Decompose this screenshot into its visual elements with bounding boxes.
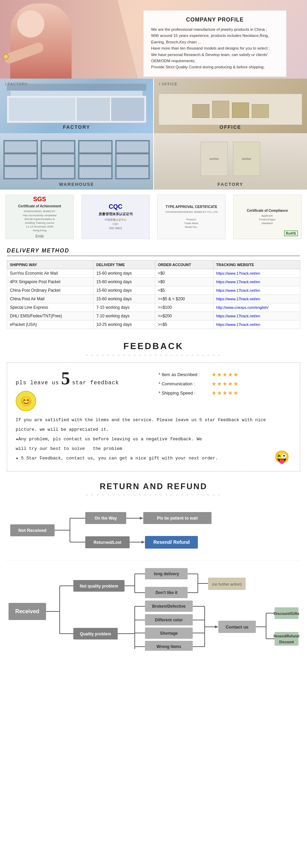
table-row: China Post Ordinary Packet15-60 working …: [7, 286, 300, 295]
cert-cgc-text: 中国质量认证中心CQC ISO 9001: [99, 218, 133, 231]
warehouse-shelves: [3, 140, 150, 179]
table-row: 4PX Singapore Post Packet15-60 working d…: [7, 278, 300, 286]
table-cell: <$5: [155, 286, 213, 295]
discount-gifts-label: Discount/Gifts: [274, 611, 299, 616]
table-cell: Special Line Express: [7, 303, 93, 312]
star-row-shipping: * Shipping Speed : ★★★★★: [159, 390, 291, 396]
certificates-row: SGS Certificate of Achievement DONGSHENG…: [0, 190, 307, 244]
factory-office-row: / FACTORY FACTORY / OFFICE OFFICE: [0, 79, 307, 133]
col-order-account: ORDER ACCOUNT: [155, 261, 213, 269]
received-label: Received: [15, 608, 39, 614]
office-desks: [159, 94, 302, 125]
cert-sgs: SGS Certificate of Achievement DONGSHENG…: [5, 195, 74, 239]
wrong-items-label: Wrong items: [157, 644, 181, 649]
feedback-line-4: will try our best to solve the problem: [16, 445, 291, 453]
no-action-label: (no further action): [212, 582, 242, 586]
table-cell: DHL/ EMS/Fedex/TNT(Free): [7, 312, 93, 320]
feedback-line-1: If you are satisfied with the items and …: [16, 416, 291, 424]
feedback-wink-face: 😜: [274, 450, 290, 464]
rohs-label: RoHS: [284, 231, 298, 236]
office-photo: / OFFICE OFFICE: [154, 79, 307, 133]
table-cell: https://www.17track.net/en: [213, 269, 300, 278]
table-cell: 15-60 working days: [93, 295, 155, 303]
table-cell: https://www.17track.net/en: [213, 312, 300, 320]
resend-refund2-label2: Discount: [279, 640, 294, 644]
table-cell: SunYou Economic Air Mail: [7, 269, 93, 278]
col-delivery-time: DELIVERY TIME: [93, 261, 155, 269]
factory2-photo: worker worker FACTORY: [154, 133, 307, 190]
company-profile-description: We are the professional manufacture of j…: [151, 26, 279, 70]
return-title: RETURN AND REFUND: [7, 482, 300, 491]
delivery-table: SHIPPING WAY DELIVERY TIME ORDER ACCOUNT…: [7, 260, 300, 329]
table-cell: China Post Air Mail: [7, 295, 93, 303]
feedback-title: FEEDBACK: [7, 341, 300, 352]
hero-image: [0, 0, 129, 79]
feedback-section: FEEDBACK ~ ~ ~ ~ ~ ~ ~ ~ ~ ~ ~ ~ ~ ~ ~ ~…: [0, 336, 307, 477]
not-received-label: Not Received: [18, 528, 46, 533]
feedback-big-number: 5: [61, 370, 70, 387]
return-divider: ~ ~ ~ ~ ~ ~ ~ ~ ~ ~ ~ ~ ~ ~ ~ ~ ~ ~ ~ ~ …: [7, 493, 300, 497]
cert-type-text: YOUNGDONGSHENG JEWELRY CO.,LTD Product: …: [165, 210, 218, 229]
table-row: China Post Air Mail15-60 working days>=$…: [7, 295, 300, 303]
table-row: SunYou Economic Air Mail15-60 working da…: [7, 269, 300, 278]
table-row: Special Line Express7-15 working days>=$…: [7, 303, 300, 312]
warehouse-factory-row: WAREHOUSE worker worker FACTORY: [0, 133, 307, 190]
feedback-line-3: ★Any problem, pls contact us before leav…: [16, 436, 291, 443]
cert-rohs-title: Certificate of Compliance: [247, 209, 288, 212]
company-profile-box: COMPANY PROFILE We are the professional …: [143, 10, 287, 77]
feedback-box: pls leave us 5 star feedback 😊 * Item as…: [7, 362, 300, 471]
table-cell: 4PX Singapore Post Packet: [7, 278, 93, 286]
dont-like-label: Don't like it: [156, 590, 177, 595]
table-cell: https://www.17track.net/en: [213, 320, 300, 329]
table-cell: 15-60 working days: [93, 278, 155, 286]
cert-sgs-title: Certificate of Achievement: [18, 204, 61, 208]
cert-type-title: TYPE APPROVAL CERTIFICATE: [165, 205, 218, 209]
col-shipping-way: SHIPPING WAY: [7, 261, 93, 269]
table-cell: https://www.17track.net/en: [213, 286, 300, 295]
delivery-section: DELIVERY METHOD SHIPPING WAY DELIVERY TI…: [0, 244, 307, 336]
table-cell: 15-60 working days: [93, 286, 155, 295]
return-section: RETURN AND REFUND ~ ~ ~ ~ ~ ~ ~ ~ ~ ~ ~ …: [0, 477, 307, 661]
resend-refund-label: Resend/ Refund: [154, 539, 190, 545]
table-cell: 7-15 working days: [93, 303, 155, 312]
svg-marker-12: [142, 541, 145, 543]
table-cell: 10-25 working days: [93, 320, 155, 329]
cgc-logo: CQC: [99, 203, 133, 210]
table-cell: >=$200: [155, 312, 213, 320]
feedback-smiley-face: 😊: [16, 391, 36, 411]
svg-marker-8: [140, 517, 143, 520]
factory-label: FACTORY: [63, 124, 90, 130]
table-cell: China Post Ordinary Packet: [7, 286, 93, 295]
cert-type: TYPE APPROVAL CERTIFICATE YOUNGDONGSHENG…: [157, 195, 225, 239]
pls-be-patient-label: Pls be patient to wait: [157, 516, 198, 521]
resend-refund2-label: Resend/Refund/: [274, 634, 299, 638]
cert-cgc: CQC 质量管理体系认证证书 中国质量认证中心CQC ISO 9001: [82, 195, 150, 239]
star-label-communication: * Communication :: [159, 381, 211, 386]
star-row-item: * Item as Described : ★★★★★: [159, 371, 291, 378]
warehouse-label: WAREHOUSE: [59, 182, 94, 187]
shortage-label: Shortage: [160, 631, 178, 636]
return-diagram: Not Received On the Way Pls be patient t…: [7, 504, 300, 651]
delivery-title: DELIVERY METHOD: [7, 248, 300, 256]
feedback-big-text-after: star feedback: [72, 380, 119, 386]
on-the-way-label: On the Way: [94, 516, 117, 521]
contact-us-label: Contact us: [225, 624, 248, 630]
cert-cgc-title: 质量管理体系认证证书: [99, 212, 133, 217]
star-label-item: * Item as Described :: [159, 372, 211, 377]
warehouse-photo: WAREHOUSE: [0, 133, 154, 190]
hero-section: COMPANY PROFILE We are the professional …: [0, 0, 307, 79]
table-cell: 15-60 working days: [93, 269, 155, 278]
table-cell: https://www.17track.net/en: [213, 278, 300, 286]
star-row-communication: * Communication : ★★★★★: [159, 381, 291, 387]
factory-photo: / FACTORY FACTORY: [0, 79, 154, 133]
factory2-label: FACTORY: [218, 182, 243, 187]
office-arrow: / OFFICE: [159, 82, 177, 86]
table-cell: >=$5: [155, 320, 213, 329]
table-cell: ePacket (USA): [7, 320, 93, 329]
returned-lost-label: Returned/Lost: [93, 540, 121, 545]
stars-shipping: ★★★★★: [211, 390, 239, 396]
table-row: ePacket (USA)10-25 working days>=$5https…: [7, 320, 300, 329]
factory-building: [7, 96, 146, 123]
table-cell: http://www.cnexps.com/english/: [213, 303, 300, 312]
table-cell: 7-10 working days: [93, 312, 155, 320]
